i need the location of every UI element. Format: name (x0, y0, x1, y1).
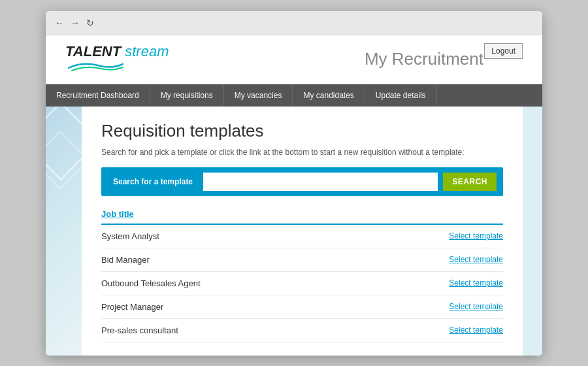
side-decoration (46, 107, 82, 356)
site-header: TALENT stream My Recruitment Logout (46, 35, 542, 84)
list-item: Pre-sales consultant Select template (101, 319, 503, 342)
nav-item-candidates[interactable]: My candidates (293, 84, 365, 107)
select-template-2[interactable]: Select template (449, 278, 503, 288)
main-area: Requisition templates Search for and pic… (46, 107, 542, 356)
list-header-title[interactable]: Job title (101, 209, 134, 219)
search-label: Search for a template (108, 175, 198, 189)
refresh-button[interactable]: ↻ (86, 18, 94, 28)
list-item: Outbound Telesales Agent Select template (101, 272, 503, 295)
content-area: Requisition templates Search for and pic… (82, 107, 523, 356)
site-title: My Recruitment (365, 49, 483, 69)
search-bar: Search for a template SEARCH (101, 167, 503, 196)
nav-item-requisitions[interactable]: My requisitions (150, 84, 224, 107)
search-button[interactable]: SEARCH (443, 173, 497, 191)
page-description: Search for and pick a template or click … (101, 148, 503, 157)
nav-item-dashboard[interactable]: Recruitment Dashboard (46, 84, 150, 107)
select-template-0[interactable]: Select template (449, 231, 503, 241)
logo-talent: TALENT (65, 43, 121, 59)
select-template-4[interactable]: Select template (449, 325, 503, 335)
back-button[interactable]: ← (55, 18, 64, 28)
nav-item-update[interactable]: Update details (365, 84, 437, 107)
list-header: Job title (101, 208, 503, 225)
list-item: Project Manager Select template (101, 295, 503, 319)
page-title: Requisition templates (101, 121, 503, 141)
job-title-1: Bid Manager (101, 255, 150, 265)
forward-button[interactable]: → (71, 18, 80, 28)
page-content: TALENT stream My Recruitment Logout Recr… (46, 35, 542, 356)
nav-item-vacancies[interactable]: My vacancies (224, 84, 293, 107)
right-decoration (523, 107, 542, 356)
list-item: System Analyst Select template (101, 225, 503, 248)
template-list: Job title System Analyst Select template… (101, 208, 503, 342)
logo-text: TALENT stream (65, 44, 169, 59)
logo-stream: stream (121, 43, 169, 59)
job-title-0: System Analyst (101, 231, 159, 241)
browser-chrome: ← → ↻ (46, 11, 542, 35)
list-item: Bid Manager Select template (101, 248, 503, 272)
select-template-1[interactable]: Select template (449, 255, 503, 264)
select-template-3[interactable]: Select template (449, 302, 503, 311)
logo-swoosh (65, 60, 124, 75)
logout-button[interactable]: Logout (484, 43, 523, 59)
search-input[interactable] (203, 173, 438, 191)
job-title-4: Pre-sales consultant (101, 325, 178, 335)
nav-bar: Recruitment Dashboard My requisitions My… (46, 84, 542, 107)
logo-area: TALENT stream (65, 44, 169, 75)
browser-window: ← → ↻ TALENT stream My Recruitment Logou… (46, 11, 542, 356)
job-title-3: Project Manager (101, 302, 163, 312)
job-title-2: Outbound Telesales Agent (101, 278, 201, 288)
